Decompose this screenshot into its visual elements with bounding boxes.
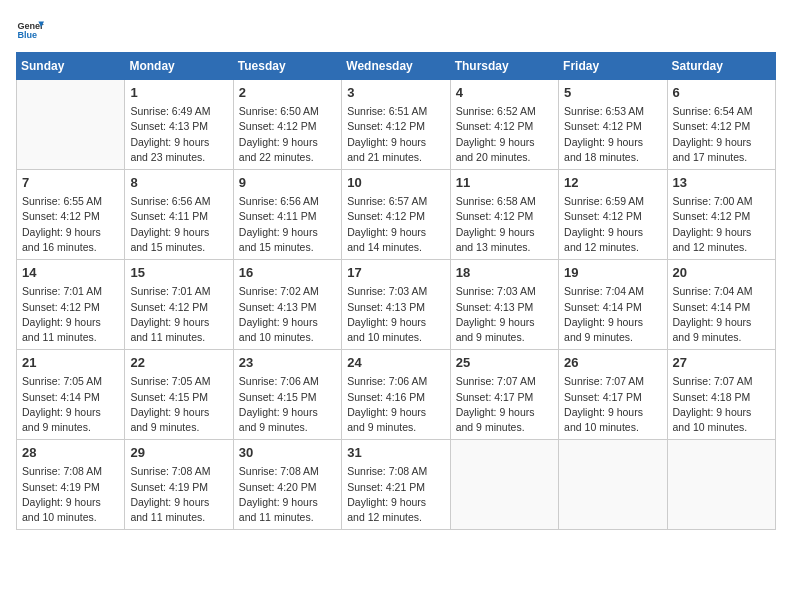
calendar-cell: 31Sunrise: 7:08 AM Sunset: 4:21 PM Dayli… xyxy=(342,440,450,530)
day-number: 2 xyxy=(239,84,336,102)
calendar-cell: 10Sunrise: 6:57 AM Sunset: 4:12 PM Dayli… xyxy=(342,170,450,260)
day-info: Sunrise: 7:06 AM Sunset: 4:15 PM Dayligh… xyxy=(239,374,336,435)
day-number: 7 xyxy=(22,174,119,192)
calendar-week-row: 1Sunrise: 6:49 AM Sunset: 4:13 PM Daylig… xyxy=(17,80,776,170)
calendar-cell: 27Sunrise: 7:07 AM Sunset: 4:18 PM Dayli… xyxy=(667,350,775,440)
day-number: 16 xyxy=(239,264,336,282)
day-number: 5 xyxy=(564,84,661,102)
day-number: 23 xyxy=(239,354,336,372)
calendar-cell: 11Sunrise: 6:58 AM Sunset: 4:12 PM Dayli… xyxy=(450,170,558,260)
column-header-tuesday: Tuesday xyxy=(233,53,341,80)
calendar-cell: 24Sunrise: 7:06 AM Sunset: 4:16 PM Dayli… xyxy=(342,350,450,440)
calendar-cell: 26Sunrise: 7:07 AM Sunset: 4:17 PM Dayli… xyxy=(559,350,667,440)
calendar-cell: 16Sunrise: 7:02 AM Sunset: 4:13 PM Dayli… xyxy=(233,260,341,350)
day-info: Sunrise: 6:49 AM Sunset: 4:13 PM Dayligh… xyxy=(130,104,227,165)
calendar-cell: 4Sunrise: 6:52 AM Sunset: 4:12 PM Daylig… xyxy=(450,80,558,170)
day-number: 21 xyxy=(22,354,119,372)
day-info: Sunrise: 7:03 AM Sunset: 4:13 PM Dayligh… xyxy=(456,284,553,345)
day-info: Sunrise: 7:08 AM Sunset: 4:19 PM Dayligh… xyxy=(22,464,119,525)
calendar-week-row: 14Sunrise: 7:01 AM Sunset: 4:12 PM Dayli… xyxy=(17,260,776,350)
column-header-monday: Monday xyxy=(125,53,233,80)
day-info: Sunrise: 7:04 AM Sunset: 4:14 PM Dayligh… xyxy=(673,284,770,345)
day-info: Sunrise: 7:07 AM Sunset: 4:17 PM Dayligh… xyxy=(456,374,553,435)
calendar-week-row: 28Sunrise: 7:08 AM Sunset: 4:19 PM Dayli… xyxy=(17,440,776,530)
column-header-saturday: Saturday xyxy=(667,53,775,80)
day-number: 27 xyxy=(673,354,770,372)
calendar-cell: 5Sunrise: 6:53 AM Sunset: 4:12 PM Daylig… xyxy=(559,80,667,170)
day-number: 24 xyxy=(347,354,444,372)
calendar-cell: 19Sunrise: 7:04 AM Sunset: 4:14 PM Dayli… xyxy=(559,260,667,350)
calendar-cell: 22Sunrise: 7:05 AM Sunset: 4:15 PM Dayli… xyxy=(125,350,233,440)
calendar-header-row: SundayMondayTuesdayWednesdayThursdayFrid… xyxy=(17,53,776,80)
day-info: Sunrise: 7:08 AM Sunset: 4:21 PM Dayligh… xyxy=(347,464,444,525)
day-number: 25 xyxy=(456,354,553,372)
day-info: Sunrise: 7:07 AM Sunset: 4:17 PM Dayligh… xyxy=(564,374,661,435)
day-info: Sunrise: 6:58 AM Sunset: 4:12 PM Dayligh… xyxy=(456,194,553,255)
calendar-cell: 13Sunrise: 7:00 AM Sunset: 4:12 PM Dayli… xyxy=(667,170,775,260)
calendar-cell: 14Sunrise: 7:01 AM Sunset: 4:12 PM Dayli… xyxy=(17,260,125,350)
column-header-sunday: Sunday xyxy=(17,53,125,80)
calendar-cell: 25Sunrise: 7:07 AM Sunset: 4:17 PM Dayli… xyxy=(450,350,558,440)
calendar-cell: 3Sunrise: 6:51 AM Sunset: 4:12 PM Daylig… xyxy=(342,80,450,170)
day-info: Sunrise: 7:04 AM Sunset: 4:14 PM Dayligh… xyxy=(564,284,661,345)
calendar-cell: 30Sunrise: 7:08 AM Sunset: 4:20 PM Dayli… xyxy=(233,440,341,530)
calendar-cell xyxy=(450,440,558,530)
day-number: 6 xyxy=(673,84,770,102)
calendar-cell: 23Sunrise: 7:06 AM Sunset: 4:15 PM Dayli… xyxy=(233,350,341,440)
calendar-cell xyxy=(559,440,667,530)
column-header-friday: Friday xyxy=(559,53,667,80)
day-number: 20 xyxy=(673,264,770,282)
calendar-cell: 15Sunrise: 7:01 AM Sunset: 4:12 PM Dayli… xyxy=(125,260,233,350)
day-number: 12 xyxy=(564,174,661,192)
day-number: 30 xyxy=(239,444,336,462)
day-info: Sunrise: 7:01 AM Sunset: 4:12 PM Dayligh… xyxy=(22,284,119,345)
calendar-cell: 12Sunrise: 6:59 AM Sunset: 4:12 PM Dayli… xyxy=(559,170,667,260)
day-number: 28 xyxy=(22,444,119,462)
day-number: 26 xyxy=(564,354,661,372)
calendar-cell: 28Sunrise: 7:08 AM Sunset: 4:19 PM Dayli… xyxy=(17,440,125,530)
day-info: Sunrise: 6:52 AM Sunset: 4:12 PM Dayligh… xyxy=(456,104,553,165)
day-info: Sunrise: 7:08 AM Sunset: 4:19 PM Dayligh… xyxy=(130,464,227,525)
day-info: Sunrise: 7:05 AM Sunset: 4:14 PM Dayligh… xyxy=(22,374,119,435)
day-info: Sunrise: 6:53 AM Sunset: 4:12 PM Dayligh… xyxy=(564,104,661,165)
calendar-week-row: 21Sunrise: 7:05 AM Sunset: 4:14 PM Dayli… xyxy=(17,350,776,440)
day-info: Sunrise: 7:02 AM Sunset: 4:13 PM Dayligh… xyxy=(239,284,336,345)
calendar-cell: 1Sunrise: 6:49 AM Sunset: 4:13 PM Daylig… xyxy=(125,80,233,170)
day-info: Sunrise: 6:54 AM Sunset: 4:12 PM Dayligh… xyxy=(673,104,770,165)
svg-text:Blue: Blue xyxy=(17,30,37,40)
column-header-thursday: Thursday xyxy=(450,53,558,80)
logo-icon: General Blue xyxy=(16,16,44,44)
day-number: 18 xyxy=(456,264,553,282)
day-info: Sunrise: 6:51 AM Sunset: 4:12 PM Dayligh… xyxy=(347,104,444,165)
day-number: 15 xyxy=(130,264,227,282)
day-info: Sunrise: 6:56 AM Sunset: 4:11 PM Dayligh… xyxy=(239,194,336,255)
calendar-cell: 29Sunrise: 7:08 AM Sunset: 4:19 PM Dayli… xyxy=(125,440,233,530)
day-info: Sunrise: 6:50 AM Sunset: 4:12 PM Dayligh… xyxy=(239,104,336,165)
logo: General Blue xyxy=(16,16,44,44)
day-number: 31 xyxy=(347,444,444,462)
calendar-cell: 20Sunrise: 7:04 AM Sunset: 4:14 PM Dayli… xyxy=(667,260,775,350)
calendar-cell: 17Sunrise: 7:03 AM Sunset: 4:13 PM Dayli… xyxy=(342,260,450,350)
day-info: Sunrise: 7:07 AM Sunset: 4:18 PM Dayligh… xyxy=(673,374,770,435)
day-number: 3 xyxy=(347,84,444,102)
calendar-week-row: 7Sunrise: 6:55 AM Sunset: 4:12 PM Daylig… xyxy=(17,170,776,260)
day-number: 8 xyxy=(130,174,227,192)
column-header-wednesday: Wednesday xyxy=(342,53,450,80)
day-number: 9 xyxy=(239,174,336,192)
day-number: 13 xyxy=(673,174,770,192)
day-info: Sunrise: 7:05 AM Sunset: 4:15 PM Dayligh… xyxy=(130,374,227,435)
day-number: 22 xyxy=(130,354,227,372)
day-info: Sunrise: 6:57 AM Sunset: 4:12 PM Dayligh… xyxy=(347,194,444,255)
calendar-cell: 18Sunrise: 7:03 AM Sunset: 4:13 PM Dayli… xyxy=(450,260,558,350)
day-info: Sunrise: 6:55 AM Sunset: 4:12 PM Dayligh… xyxy=(22,194,119,255)
day-info: Sunrise: 7:03 AM Sunset: 4:13 PM Dayligh… xyxy=(347,284,444,345)
calendar-cell xyxy=(17,80,125,170)
day-number: 4 xyxy=(456,84,553,102)
calendar-cell xyxy=(667,440,775,530)
calendar-cell: 21Sunrise: 7:05 AM Sunset: 4:14 PM Dayli… xyxy=(17,350,125,440)
day-number: 14 xyxy=(22,264,119,282)
day-info: Sunrise: 7:06 AM Sunset: 4:16 PM Dayligh… xyxy=(347,374,444,435)
calendar-cell: 9Sunrise: 6:56 AM Sunset: 4:11 PM Daylig… xyxy=(233,170,341,260)
day-number: 17 xyxy=(347,264,444,282)
day-info: Sunrise: 6:56 AM Sunset: 4:11 PM Dayligh… xyxy=(130,194,227,255)
